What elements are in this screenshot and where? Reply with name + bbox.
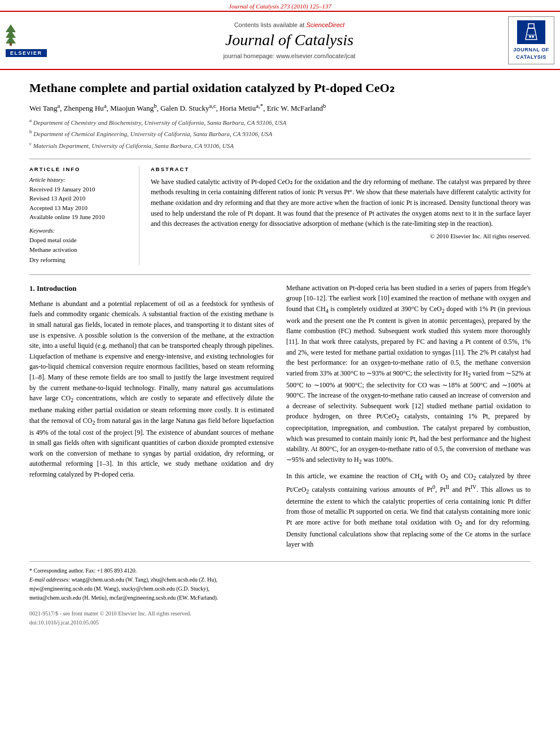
svg-rect-0	[528, 24, 534, 28]
divider-1	[29, 159, 531, 159]
body-col-left: 1. Introduction Methane is abundant and …	[29, 283, 274, 554]
article-info-abstract-row: Article Info Article history: Received 1…	[29, 166, 531, 265]
received-date: Received 19 January 2010	[29, 185, 130, 194]
abstract-copyright: © 2010 Elsevier Inc. All rights reserved…	[151, 233, 531, 239]
journal-title: Journal of Catalysis	[76, 30, 502, 50]
keyword-2: Methane activation	[29, 245, 130, 255]
journal-badge-icon	[517, 20, 545, 44]
body-col-right: Methane activation on Pt-doped ceria has…	[286, 283, 531, 554]
footnote-email-line1: E-mail addresses: wtang@chem.ucsb.edu (W…	[29, 575, 531, 584]
copyright-notice: 0021-9517/$ - see front matter © 2010 El…	[29, 609, 531, 618]
history-label: Article history:	[29, 177, 130, 183]
doi-line: doi:10.1016/j.jcat.2010.05.005	[29, 618, 531, 627]
article-info-col: Article Info Article history: Received 1…	[29, 166, 139, 265]
affiliations: a Department of Chemistry and Biochemist…	[29, 116, 531, 151]
keyword-1: Doped metal oxide	[29, 235, 130, 246]
abstract-label: Abstract	[151, 166, 531, 172]
revised-date: Revised 13 April 2010	[29, 194, 130, 203]
article-history-section: Article history: Received 19 January 201…	[29, 177, 130, 222]
authors-line: Wei Tanga, Zhenpeng Hua, Miaojun Wangb, …	[29, 102, 531, 113]
citation-text: Journal of Catalysis 273 (2010) 125–137	[229, 3, 331, 10]
abstract-text: We have studied catalytic activity of Pt…	[151, 177, 531, 229]
keywords-label: Keywords:	[29, 228, 130, 234]
svg-point-4	[532, 36, 534, 38]
svg-marker-1	[526, 28, 537, 40]
affiliation-a: a Department of Chemistry and Biochemist…	[29, 116, 531, 128]
elsevier-tree-icon	[6, 24, 16, 46]
journal-badge: JOURNAL OF CATALYSIS	[508, 16, 554, 64]
footnotes-area: * Corresponding author. Fax: +1 805 893 …	[29, 561, 531, 602]
bottom-notices: 0021-9517/$ - see front matter © 2010 El…	[29, 609, 531, 627]
footnote-email-line3: metiu@chem.ucsb.edu (H. Metiu), mcfar@en…	[29, 593, 531, 602]
keywords-section: Keywords: Doped metal oxide Methane acti…	[29, 228, 130, 265]
body-right-para2: In this article, we examine the reaction…	[286, 471, 531, 550]
affiliation-b: b Department of Chemical Engineering, Un…	[29, 128, 531, 139]
journal-citation-bar: Journal of Catalysis 273 (2010) 125–137	[0, 0, 560, 11]
journal-header: ELSEVIER Contents lists available at Sci…	[0, 11, 560, 70]
body-right-para1: Methane activation on Pt-doped ceria has…	[286, 283, 531, 466]
elsevier-label: ELSEVIER	[6, 49, 47, 57]
body-left-text: Methane is abundant and a potential repl…	[29, 299, 274, 480]
affiliation-c: c Materials Department, University of Ca…	[29, 139, 531, 151]
accepted-date: Accepted 13 May 2010	[29, 203, 130, 213]
body-two-col: 1. Introduction Methane is abundant and …	[29, 283, 531, 554]
sciencedirect-link[interactable]: ScienceDirect	[306, 21, 344, 28]
badge-line1: JOURNAL OF	[511, 46, 552, 54]
journal-homepage: journal homepage: www.elsevier.com/locat…	[76, 53, 502, 59]
article-title: Methane complete and partial oxidation c…	[29, 80, 531, 97]
author-tang: Wei Tanga, Zhenpeng Hua, Miaojun Wangb, …	[29, 104, 326, 112]
elsevier-logo-area: ELSEVIER	[6, 24, 71, 57]
section1-heading: 1. Introduction	[29, 283, 274, 294]
footnote-email-line2: mjw@engineering.ucsb.edu (M. Wang), stuc…	[29, 584, 531, 593]
article-info-label: Article Info	[29, 166, 130, 172]
footnote-corresponding: * Corresponding author. Fax: +1 805 893 …	[29, 566, 531, 575]
svg-point-3	[529, 36, 531, 38]
divider-2	[29, 274, 531, 275]
contents-line: Contents lists available at ScienceDirec…	[76, 21, 502, 28]
badge-line2: CATALYSIS	[511, 54, 552, 61]
keyword-3: Dry reforming	[29, 255, 130, 265]
abstract-col: Abstract We have studied catalytic activ…	[151, 166, 531, 265]
journal-title-area: Contents lists available at ScienceDirec…	[76, 21, 502, 59]
main-content: Methane complete and partial oxidation c…	[0, 70, 560, 636]
available-date: Available online 19 June 2010	[29, 212, 130, 222]
